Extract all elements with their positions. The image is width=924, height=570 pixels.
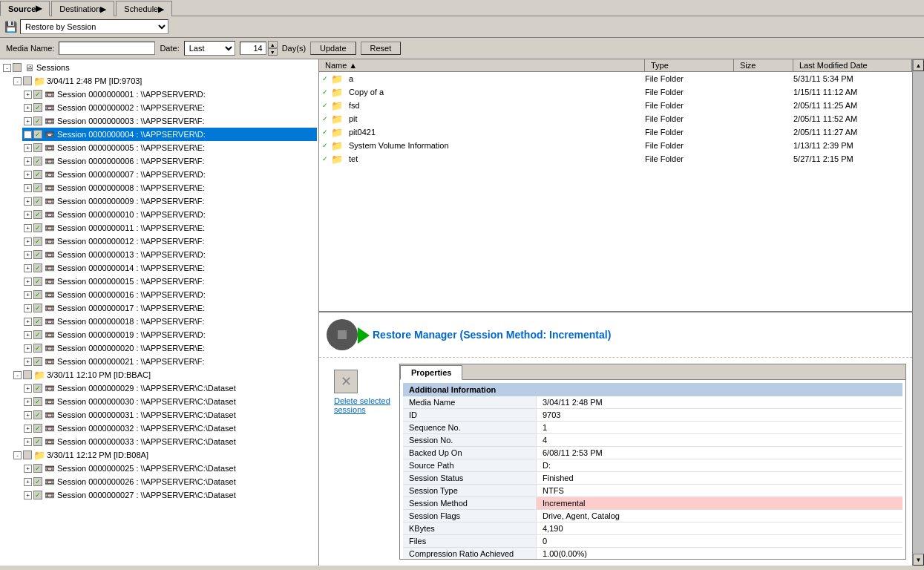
tree-session-1[interactable]: + ✓ 📼 Session 0000000001 : \\APPSERVER\D… [22,88,317,101]
media-name-input[interactable] [59,42,155,55]
session-expand-1[interactable]: + [24,91,32,99]
scroll-up-btn[interactable]: ▲ [913,59,924,71]
session-check-31[interactable]: ✓ [33,410,42,419]
tree-session-14[interactable]: + ✓ 📼 Session 0000000014 : \\APPSERVER\E… [22,261,317,275]
group2-check[interactable] [23,370,32,379]
file-list-body[interactable]: ✓ 📁 a File Folder 5/31/11 5:34 PM ✓ 📁 Co… [319,72,912,311]
root-check[interactable] [13,63,22,72]
session-check-15[interactable]: ✓ [33,277,42,286]
session-expand-7[interactable]: + [24,171,32,179]
col-type[interactable]: Type [645,59,734,71]
group3-check[interactable] [23,451,32,459]
tree-session-25[interactable]: + ✓ 📼 Session 0000000025 : \\APPSERVER\C… [22,462,317,475]
tree-session-6[interactable]: + ✓ 📼 Session 0000000006 : \\APPSERVER\F… [22,154,317,168]
session-expand-3[interactable]: + [24,117,32,125]
root-expand[interactable]: - [3,64,11,72]
group1-expand[interactable]: - [13,77,22,85]
tree-session-21[interactable]: + ✓ 📼 Session 0000000021 : \\APPSERVER\F… [22,355,317,368]
tab-source[interactable]: Source ▶ [0,1,50,16]
session-check-16[interactable]: ✓ [33,290,42,299]
session-check-26[interactable]: ✓ [33,477,42,486]
session-expand-26[interactable]: + [24,478,32,486]
tree-root[interactable]: - 🖥 Sessions [1,61,317,74]
file-check[interactable]: ✓ [319,102,331,109]
session-check-4[interactable]: ✓ [33,130,42,139]
date-select[interactable]: Last First Between [184,41,235,56]
file-row[interactable]: ✓ 📁 pit File Folder 2/05/11 11:52 AM [319,112,912,125]
tree-session-31[interactable]: + ✓ 📼 Session 0000000031 : \\APPSERVER\C… [22,408,317,422]
session-expand-15[interactable]: + [24,278,32,286]
group2-expand[interactable]: - [13,371,22,379]
delete-sessions-link[interactable]: Delete selectedsessions [334,396,390,414]
tree-session-4[interactable]: + ✓ 📼 Session 0000000004 : \\APPSERVER\D… [22,128,317,141]
session-expand-14[interactable]: + [24,264,32,272]
session-check-14[interactable]: ✓ [33,263,42,272]
session-expand-17[interactable]: + [24,304,32,312]
session-check-7[interactable]: ✓ [33,170,42,179]
session-check-21[interactable]: ✓ [33,357,42,366]
scroll-track[interactable] [913,71,924,554]
tree-container[interactable]: - 🖥 Sessions - 📁 3/04/11 2:48 PM [ID:970… [0,59,318,566]
tree-session-9[interactable]: + ✓ 📼 Session 0000000009 : \\APPSERVER\F… [22,194,317,208]
session-expand-25[interactable]: + [24,465,32,473]
tree-session-18[interactable]: + ✓ 📼 Session 0000000018 : \\APPSERVER\F… [22,315,317,328]
session-check-6[interactable]: ✓ [33,157,42,166]
file-check[interactable]: ✓ [319,88,331,96]
session-check-3[interactable]: ✓ [33,117,42,125]
tree-session-15[interactable]: + ✓ 📼 Session 0000000015 : \\APPSERVER\F… [22,275,317,288]
restore-dropdown[interactable]: Restore by Session Restore by Tree [20,19,168,34]
update-button[interactable]: Update [310,42,355,55]
session-check-27[interactable]: ✓ [33,491,42,499]
session-expand-6[interactable]: + [24,157,32,166]
session-expand-32[interactable]: + [24,425,32,433]
tree-group-1-header[interactable]: - 📁 3/04/11 2:48 PM [ID:9703] [12,74,317,88]
tree-session-2[interactable]: + ✓ 📼 Session 0000000002 : \\APPSERVER\E… [22,101,317,114]
scroll-down-btn[interactable]: ▼ [913,554,924,566]
session-expand-18[interactable]: + [24,318,32,326]
tree-session-29[interactable]: + ✓ 📼 Session 0000000029 : \\APPSERVER\C… [22,381,317,395]
tree-session-27[interactable]: + ✓ 📼 Session 0000000027 : \\APPSERVER\C… [22,488,317,502]
tree-session-11[interactable]: + ✓ 📼 Session 0000000011 : \\APPSERVER\E… [22,221,317,235]
tree-session-7[interactable]: + ✓ 📼 Session 0000000007 : \\APPSERVER\D… [22,168,317,181]
col-date[interactable]: Last Modified Date [793,59,912,71]
session-check-5[interactable]: ✓ [33,143,42,152]
session-expand-12[interactable]: + [24,238,32,246]
session-expand-2[interactable]: + [24,104,32,112]
session-expand-19[interactable]: + [24,331,32,339]
tree-session-5[interactable]: + ✓ 📼 Session 0000000005 : \\APPSERVER\E… [22,141,317,154]
session-check-9[interactable]: ✓ [33,197,42,206]
session-expand-20[interactable]: + [24,344,32,353]
file-row[interactable]: ✓ 📁 fsd File Folder 2/05/11 11:25 AM [319,99,912,112]
session-expand-13[interactable]: + [24,251,32,259]
date-number-input[interactable] [240,42,266,55]
file-check[interactable]: ✓ [319,115,331,122]
session-expand-33[interactable]: + [24,438,32,446]
tree-group-2-header[interactable]: - 📁 3/30/11 12:10 PM [ID:BBAC] [12,368,317,381]
reset-button[interactable]: Reset [361,42,402,55]
date-spin-down[interactable]: ▼ [268,48,278,56]
tab-schedule[interactable]: Schedule ▶ [116,1,172,16]
tree-session-8[interactable]: + ✓ 📼 Session 0000000008 : \\APPSERVER\E… [22,181,317,194]
right-scrollbar[interactable]: ▲ ▼ [912,59,924,566]
session-expand-4[interactable]: + [24,131,32,139]
session-check-30[interactable]: ✓ [33,397,42,406]
file-row[interactable]: ✓ 📁 tet File Folder 5/27/11 2:15 PM [319,152,912,166]
tree-session-16[interactable]: + ✓ 📼 Session 0000000016 : \\APPSERVER\D… [22,288,317,301]
session-check-8[interactable]: ✓ [33,183,42,192]
file-check[interactable]: ✓ [319,128,331,136]
session-check-19[interactable]: ✓ [33,330,42,339]
session-check-33[interactable]: ✓ [33,437,42,446]
group1-check[interactable] [23,76,32,85]
tree-session-26[interactable]: + ✓ 📼 Session 0000000026 : \\APPSERVER\C… [22,475,317,488]
file-row[interactable]: ✓ 📁 System Volume Information File Folde… [319,139,912,152]
file-row[interactable]: ✓ 📁 a File Folder 5/31/11 5:34 PM [319,72,912,85]
col-name[interactable]: Name ▲ [319,59,645,71]
file-row[interactable]: ✓ 📁 Copy of a File Folder 1/15/11 11:12 … [319,85,912,99]
session-expand-31[interactable]: + [24,411,32,419]
session-expand-5[interactable]: + [24,144,32,152]
session-check-13[interactable]: ✓ [33,250,42,259]
file-row[interactable]: ✓ 📁 pit0421 File Folder 2/05/11 11:27 AM [319,125,912,139]
tree-group-3-header[interactable]: - 📁 3/30/11 12:12 PM [ID:B08A] [12,448,317,462]
session-check-17[interactable]: ✓ [33,304,42,312]
session-check-29[interactable]: ✓ [33,384,42,393]
